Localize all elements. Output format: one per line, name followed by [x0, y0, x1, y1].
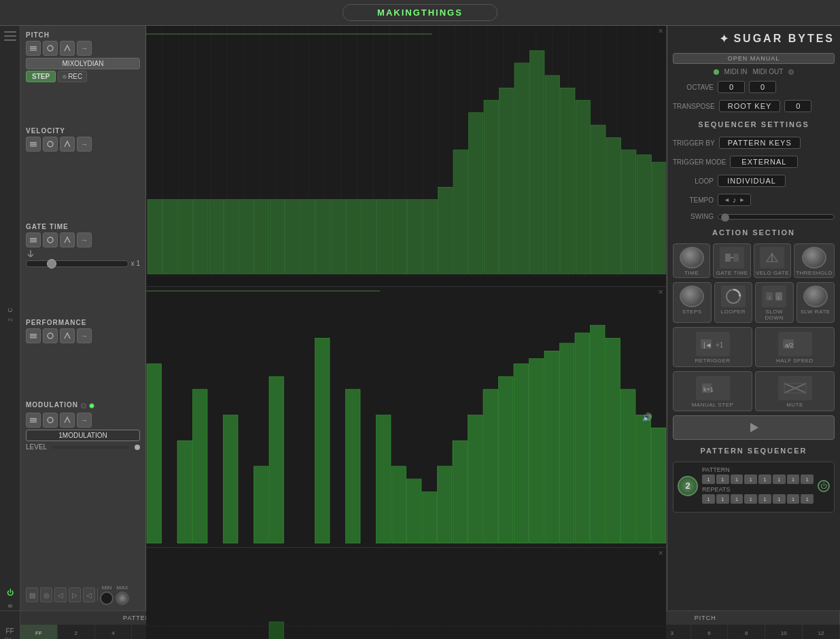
ps-cell-6b[interactable]: 6 [691, 625, 729, 639]
rc-6[interactable]: 1 [773, 494, 786, 504]
pc-2[interactable]: 1 [716, 474, 729, 484]
perf-arrow[interactable]: → [77, 328, 92, 343]
mod-btn-1[interactable] [26, 413, 41, 428]
octave-val1[interactable]: 0 [718, 81, 745, 93]
step-btn[interactable]: STEP [26, 71, 56, 82]
action-btn-thresh[interactable]: THRESHOLD [794, 243, 835, 278]
pattern-number[interactable]: 2 [678, 476, 698, 496]
action-grid-2: STEPS LOOPER ↓ ↓ SLOW DOWN [673, 282, 835, 323]
rec-btn[interactable]: REC [58, 71, 87, 82]
ps-cell-10b[interactable]: 10 [765, 625, 803, 639]
gt-btn-1[interactable] [26, 232, 41, 247]
trigger-mode-val[interactable]: EXTERNAL [730, 156, 798, 168]
left-sidebar: C 2 ⏻ 8 [0, 26, 20, 610]
tempo-arrow-left[interactable]: ◄ [724, 196, 730, 203]
title-pill[interactable]: MAKINGTHINGS [343, 4, 497, 21]
mixolydian-tag[interactable]: MIXOLYDIAN [26, 58, 140, 69]
performance-section: PERFORMANCE → [26, 319, 140, 397]
ps-cell-12b[interactable]: 12 [803, 625, 840, 639]
vel-btn-1[interactable] [26, 137, 41, 152]
mod-btn-3[interactable] [60, 413, 75, 428]
vel-btn-2[interactable] [43, 137, 58, 152]
wf-btn-2[interactable]: ◎ [40, 587, 52, 602]
pitch-close[interactable]: ✕ [658, 27, 663, 35]
trigger-by-val[interactable]: PATTERN KEYS [719, 137, 801, 149]
thresh-knob[interactable] [802, 247, 826, 269]
rc-5[interactable]: 1 [758, 494, 771, 504]
transpose-val[interactable]: 0 [784, 100, 811, 112]
swing-slider[interactable] [718, 214, 835, 220]
manual-btn[interactable]: OPEN MANUAL [673, 53, 835, 64]
vel-vol[interactable]: 🔊 [642, 413, 652, 422]
steps-knob[interactable] [680, 286, 704, 307]
mod-power-off[interactable] [81, 403, 86, 409]
wf-btn-1[interactable]: ▤ [26, 587, 38, 602]
rc-8[interactable]: 1 [801, 494, 813, 504]
vel-arrow[interactable]: → [77, 137, 92, 152]
action-btn-looper[interactable]: LOOPER [714, 282, 753, 323]
wf-btn-5[interactable]: ◁ [83, 587, 95, 602]
pc-4[interactable]: 1 [744, 474, 757, 484]
rc-4[interactable]: 1 [744, 494, 757, 504]
pc-7[interactable]: 1 [787, 474, 800, 484]
slwrate-knob[interactable] [803, 286, 828, 307]
rc-2[interactable]: 1 [716, 494, 729, 504]
pc-6[interactable]: 1 [773, 474, 786, 484]
pattern-power-btn[interactable]: ⏻ [818, 480, 830, 492]
ps-cell-2[interactable]: 2 [58, 625, 95, 639]
gt-slider[interactable] [26, 260, 128, 267]
pc-1[interactable]: 1 [702, 474, 715, 484]
rc-7[interactable]: 1 [787, 494, 800, 504]
pc-8[interactable]: 1 [801, 474, 813, 484]
ps-cell-4[interactable]: 4 [95, 625, 133, 639]
octave-val2[interactable]: 0 [749, 81, 776, 93]
action-grid-4: k+1 MANUAL STEP MUTE [673, 371, 835, 411]
play-button[interactable] [673, 415, 835, 440]
action-btn-time[interactable]: TIME [673, 243, 710, 278]
ps-cell-ff[interactable]: FF [20, 625, 58, 639]
min-knob[interactable] [100, 591, 113, 605]
rc-1[interactable]: 1 [702, 494, 715, 504]
pc-3[interactable]: 1 [731, 474, 743, 484]
action-btn-steps[interactable]: STEPS [673, 282, 712, 323]
action-btn-slow[interactable]: ↓ ↓ SLOW DOWN [755, 282, 794, 323]
pitch-btn-2[interactable] [43, 41, 58, 56]
mod-arrow[interactable]: → [77, 413, 92, 428]
gt-btn-3[interactable] [60, 232, 75, 247]
wf-btn-3[interactable]: ◁ [54, 587, 67, 602]
time-knob[interactable] [680, 247, 704, 269]
action-btn-velo[interactable]: VELO GATE [754, 243, 791, 278]
pc-5[interactable]: 1 [758, 474, 771, 484]
pitch-btn-3[interactable] [60, 41, 75, 56]
action-btn-retrig[interactable]: |◄ +1 RETRIGGER [673, 327, 752, 367]
loop-val[interactable]: INDIVIDUAL [718, 175, 786, 187]
action-btn-slwrate[interactable]: SLW RATE [797, 282, 835, 323]
perf-btn-3[interactable] [60, 328, 75, 343]
mod-btn-2[interactable] [43, 413, 58, 428]
pitch-arrow[interactable]: → [77, 41, 92, 56]
vel-close[interactable]: ✕ [658, 288, 663, 296]
sidebar-power[interactable]: ⏻ [7, 589, 14, 596]
rc-3[interactable]: 1 [731, 494, 743, 504]
mod-tag[interactable]: 1MODULATION [26, 430, 140, 441]
max-knob[interactable] [116, 591, 129, 605]
tempo-arrow-right[interactable]: ► [739, 196, 745, 203]
pitch-btn-1[interactable] [26, 41, 41, 56]
swing-row: SWING [673, 213, 835, 220]
gt-btn-2[interactable] [43, 232, 58, 247]
vel-btn-3[interactable] [60, 137, 75, 152]
perf-btn-1[interactable] [26, 328, 41, 343]
action-btn-manual[interactable]: k+1 MANUAL STEP [673, 371, 752, 411]
action-btn-gate[interactable]: GATE TIME [713, 243, 750, 278]
action-btn-mute[interactable]: MUTE [755, 371, 835, 411]
repeats-row-label: REPEATS [702, 486, 813, 493]
gt-arrow[interactable]: → [77, 232, 92, 247]
wf-btn-4[interactable]: ▷ [69, 587, 81, 602]
ps-cell-8b[interactable]: 8 [728, 625, 765, 639]
gt-close[interactable]: ✕ [658, 549, 663, 557]
transpose-key[interactable]: ROOT KEY [719, 100, 781, 112]
action-btn-half[interactable]: a/2 HALF SPEED [755, 327, 835, 367]
perf-btn-2[interactable] [43, 328, 58, 343]
mod-power-on[interactable] [89, 403, 94, 409]
tempo-box[interactable]: ◄ ♪ ► [718, 194, 751, 206]
